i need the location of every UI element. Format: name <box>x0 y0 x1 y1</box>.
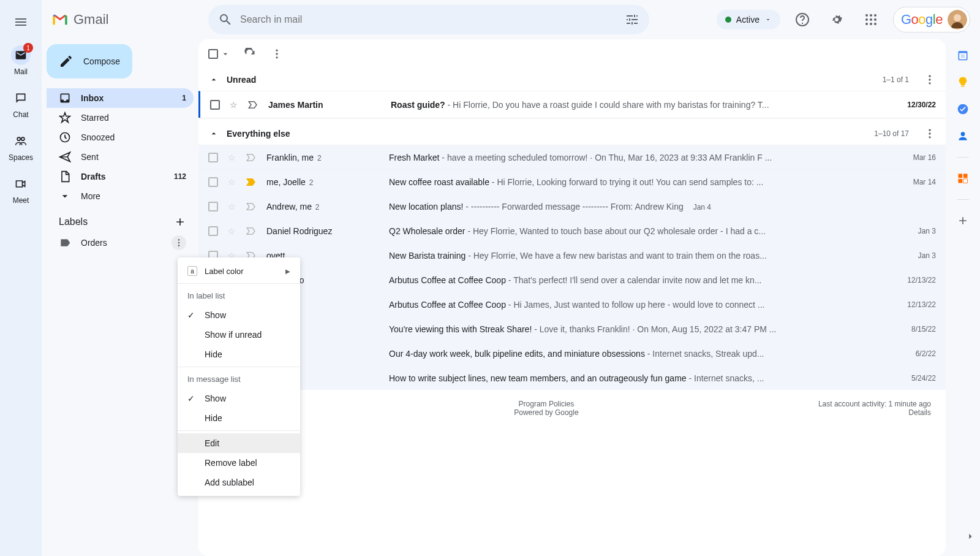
google-logo-text: Google <box>901 12 943 28</box>
row-checkbox[interactable] <box>208 226 218 236</box>
search-options-icon[interactable] <box>625 12 639 27</box>
compose-label: Compose <box>83 56 120 66</box>
important-marker[interactable] <box>246 177 257 188</box>
section-options-icon[interactable] <box>924 74 936 86</box>
get-addons[interactable] <box>957 215 969 227</box>
row-checkbox[interactable] <box>210 100 220 110</box>
section-else[interactable]: Everything else 1–10 of 17 <box>198 123 946 145</box>
svg-point-18 <box>276 56 277 58</box>
settings-button[interactable] <box>824 7 849 32</box>
footer-details[interactable]: Details <box>818 408 931 417</box>
ctx-edit[interactable]: Edit <box>178 433 300 453</box>
important-marker[interactable] <box>246 226 257 237</box>
star-button[interactable]: ☆ <box>228 226 236 236</box>
ctx-show-labellist[interactable]: ✓Show <box>178 305 300 325</box>
section-unread[interactable]: Unread 1–1 of 1 <box>198 69 946 91</box>
calendar-addon[interactable]: 31 <box>957 49 969 61</box>
label-context-menu: a Label color ▶ In label list ✓Show Show… <box>178 257 300 496</box>
star-button[interactable]: ☆ <box>228 202 236 211</box>
rail-chat[interactable]: Chat <box>0 85 42 123</box>
svg-rect-31 <box>959 174 963 178</box>
apps-button[interactable] <box>859 7 883 32</box>
mail-date: 12/13/22 <box>887 300 936 309</box>
select-all[interactable] <box>208 49 230 59</box>
star-button[interactable]: ☆ <box>228 177 236 187</box>
avatar[interactable] <box>948 10 967 29</box>
mail-subject-line: You're viewing this with Streak Share! -… <box>389 324 880 334</box>
check-icon: ✓ <box>187 394 197 403</box>
row-checkbox[interactable] <box>208 153 218 162</box>
header: Gmail Active Google <box>42 0 980 39</box>
mail-row[interactable]: ☆Franklin, me 2Fresh Market - have a mee… <box>198 145 946 169</box>
ctx-hide-msglist[interactable]: Hide <box>178 408 300 428</box>
google-account[interactable]: Google <box>893 7 970 32</box>
section-unread-title: Unread <box>227 75 256 85</box>
gmail-logo[interactable]: Gmail <box>51 11 198 28</box>
mail-row[interactable]: ☆Arbutus Coffee at Coffee Coop - Hi Jame… <box>198 292 946 316</box>
refresh-button[interactable] <box>243 47 257 61</box>
nav-drafts[interactable]: Drafts 112 <box>47 167 194 186</box>
nav-inbox[interactable]: Inbox 1 <box>47 88 194 108</box>
search-bar[interactable] <box>208 5 649 34</box>
rail-mail-label: Mail <box>14 67 28 76</box>
ctx-show-if-unread[interactable]: Show if unread <box>178 325 300 345</box>
mail-date: 12/13/22 <box>887 276 936 284</box>
collapse-right-panel[interactable] <box>963 529 978 544</box>
support-button[interactable] <box>790 7 815 32</box>
mail-subject-line: Arbutus Coffee at Coffee Coop - Hi James… <box>389 300 880 310</box>
row-checkbox[interactable] <box>208 202 218 211</box>
star-button[interactable]: ☆ <box>230 100 238 110</box>
calendar-icon: 31 <box>957 49 969 61</box>
plus-icon[interactable] <box>174 216 186 228</box>
svg-point-0 <box>17 137 20 140</box>
tasks-addon[interactable] <box>957 103 969 115</box>
label-options-button[interactable] <box>172 235 186 250</box>
important-marker[interactable] <box>246 201 257 212</box>
mail-date: 8/15/22 <box>887 325 936 333</box>
mail-row[interactable]: ☆me 2You're viewing this with Streak Sha… <box>198 316 946 341</box>
mail-row[interactable]: ☆me, Joelle 2New coffee roast available … <box>198 169 946 194</box>
keep-addon[interactable] <box>957 76 969 88</box>
ctx-remove-label[interactable]: Remove label <box>178 453 300 473</box>
nav-snoozed[interactable]: Snoozed <box>47 128 194 147</box>
status-chip[interactable]: Active <box>717 10 780 29</box>
mail-row[interactable]: ☆arbutus.ioArbutus Coffee at Coffee Coop… <box>198 267 946 292</box>
footer-policies[interactable]: Program Policies <box>274 400 818 408</box>
mail-row-unread[interactable]: ☆ James Martin Roast guide? - Hi Florrie… <box>198 91 946 118</box>
mail-row[interactable]: ☆RMHow to write subject lines, new team … <box>198 365 946 390</box>
svg-rect-28 <box>962 86 965 87</box>
rail-spaces[interactable]: Spaces <box>0 128 42 166</box>
dropdown-icon <box>221 49 230 59</box>
compose-button[interactable]: Compose <box>47 44 132 78</box>
row-checkbox[interactable] <box>208 177 218 187</box>
star-button[interactable]: ☆ <box>228 153 236 162</box>
mail-row[interactable]: ☆Andrew, me 2New location plans! - -----… <box>198 194 946 218</box>
ctx-label-color[interactable]: a Label color ▶ <box>178 261 300 281</box>
label-orders[interactable]: Orders <box>47 233 194 253</box>
section-options-icon[interactable] <box>924 128 936 140</box>
footer: Program Policies Powered by Google Last … <box>198 390 946 427</box>
rail-mail[interactable]: 1 Mail <box>0 42 42 80</box>
nav-more[interactable]: More <box>47 186 194 206</box>
search-input[interactable] <box>240 14 617 25</box>
mail-row[interactable]: ☆Daniel RodriguezQ2 Wholesale order - He… <box>198 218 946 243</box>
svg-point-5 <box>874 14 876 17</box>
nav-starred[interactable]: Starred <box>47 108 194 128</box>
svg-point-9 <box>865 23 868 25</box>
nav-sent[interactable]: Sent <box>47 147 194 167</box>
left-rail: 1 Mail Chat Spaces Meet <box>0 0 42 556</box>
color-swatch-icon: a <box>187 266 197 276</box>
rail-meet[interactable]: Meet <box>0 170 42 208</box>
mail-date: Mar 14 <box>887 178 936 186</box>
more-button[interactable] <box>270 47 284 61</box>
ctx-show-msglist[interactable]: ✓Show <box>178 389 300 408</box>
ctx-hide-labellist[interactable]: Hide <box>178 345 300 364</box>
important-marker[interactable] <box>247 99 258 110</box>
ctx-add-sublabel[interactable]: Add sublabel <box>178 473 300 492</box>
contacts-addon[interactable] <box>957 130 969 142</box>
important-marker[interactable] <box>246 152 257 163</box>
main-menu-button[interactable] <box>6 7 36 37</box>
mail-row[interactable]: ☆ovettNew Barista training - Hey Florrie… <box>198 243 946 267</box>
streak-addon[interactable] <box>957 172 969 185</box>
mail-row[interactable]: ☆RMOur 4-day work week, bulk pipeline ed… <box>198 341 946 365</box>
